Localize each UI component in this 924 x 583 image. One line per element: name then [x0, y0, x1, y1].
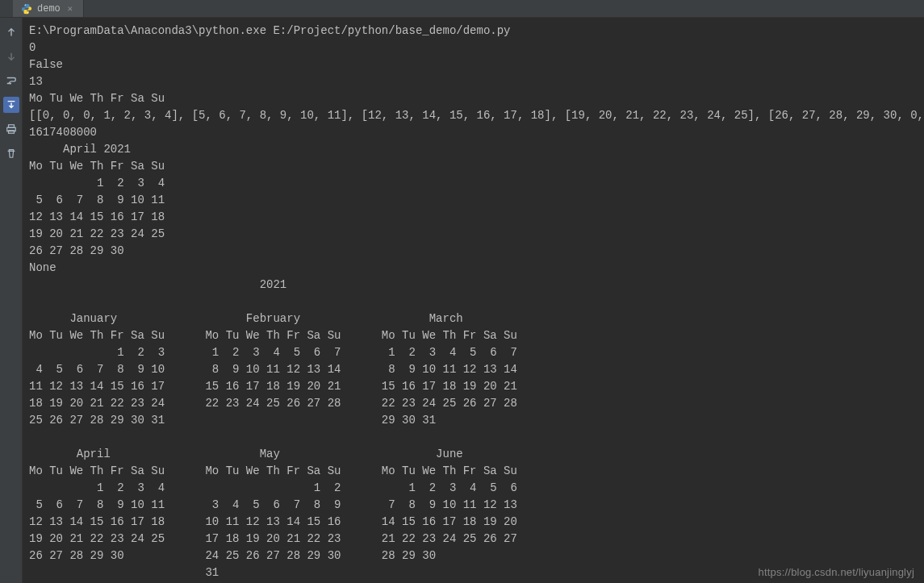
tab-label: demo [37, 3, 61, 15]
console-output[interactable]: E:\ProgramData\Anaconda3\python.exe E:/P… [23, 18, 924, 583]
tab-demo[interactable]: demo ✕ [13, 0, 84, 17]
tool-gutter [0, 18, 23, 583]
watermark-text: https://blog.csdn.net/liyuanjinglyj [759, 566, 914, 578]
soft-wrap-icon[interactable] [3, 73, 19, 89]
scroll-to-end-icon[interactable] [3, 97, 19, 113]
clear-icon[interactable] [3, 145, 19, 161]
python-file-icon [21, 3, 32, 15]
svg-point-1 [27, 12, 28, 13]
workspace: E:\ProgramData\Anaconda3\python.exe E:/P… [0, 18, 924, 583]
close-icon[interactable]: ✕ [65, 4, 75, 14]
tab-bar: demo ✕ [0, 0, 924, 18]
svg-point-0 [25, 4, 26, 5]
print-icon[interactable] [3, 121, 19, 137]
rerun-down-icon[interactable] [3, 48, 19, 65]
svg-rect-4 [8, 131, 14, 134]
rerun-up-icon[interactable] [3, 24, 19, 40]
